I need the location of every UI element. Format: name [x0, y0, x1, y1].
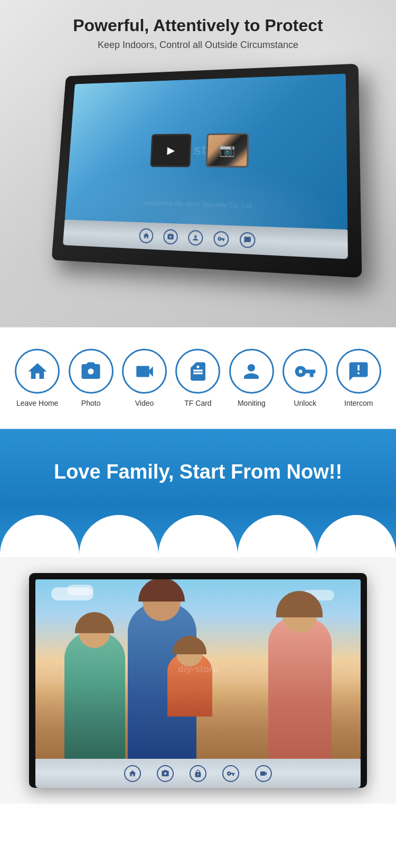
leave-home-circle [15, 349, 60, 394]
family-device-mockup: diy-store [29, 573, 367, 788]
leave-home-label: Leave Home [16, 399, 58, 407]
person-icon [240, 360, 262, 383]
hero-subtitle: Keep Indoors, Control all Outside Circum… [11, 40, 385, 51]
bottom-icon-home [139, 228, 154, 243]
video-label: Video [135, 399, 154, 407]
family-section: diy-store [0, 557, 396, 804]
house-icon [26, 360, 49, 383]
family-watermark: diy-store [178, 664, 218, 675]
feature-tf-card: TF Card [171, 349, 224, 407]
intercom-label: Intercom [344, 399, 373, 407]
bottom-icon-camera [163, 229, 178, 245]
wave-arch-3 [158, 515, 238, 557]
tf-card-circle [175, 349, 220, 394]
wave-arch-1 [0, 515, 79, 557]
family-bottom-video [255, 765, 272, 782]
family-bottom-lock [190, 765, 206, 782]
family-bottom-home [124, 765, 141, 782]
feature-unlock: Unlock [278, 349, 332, 407]
hero-section: Powerful, Attentively to Protect Keep In… [0, 0, 396, 327]
feature-photo: Photo [64, 349, 117, 407]
promo-title: Love Family, Start From Now!! [11, 461, 385, 483]
feature-video: Video [118, 349, 171, 407]
screen-icons [150, 133, 249, 167]
family-bottom-key [222, 765, 239, 782]
screen-video-icon [150, 133, 191, 167]
promo-section: Love Family, Start From Now!! [0, 429, 396, 557]
screen-wave [65, 160, 348, 230]
monitoring-circle [229, 349, 274, 394]
features-section: Leave Home Photo Video [0, 327, 396, 429]
wave-decoration [11, 515, 385, 557]
features-grid: Leave Home Photo Video [11, 349, 385, 407]
video-circle [122, 349, 167, 394]
photo-circle [69, 349, 114, 394]
keys-icon [294, 360, 316, 383]
tf-card-label: TF Card [184, 399, 211, 407]
intercom-circle [336, 349, 381, 394]
wave-arch-5 [317, 515, 396, 557]
feature-intercom: Intercom [332, 349, 385, 407]
device-mockup: diy store shenzhen diy-store Security Co… [11, 66, 385, 266]
intercom-icon [347, 360, 370, 383]
video-camera-icon [134, 360, 156, 383]
device-outer-frame: diy store shenzhen diy-store Security Co… [52, 64, 362, 278]
bottom-icon-person [188, 230, 203, 246]
bottom-icon-intercom [240, 232, 256, 248]
monitoring-label: Moniting [238, 399, 266, 407]
unlock-circle [282, 349, 327, 394]
photo-label: Photo [81, 399, 101, 407]
wave-arch-4 [238, 515, 317, 557]
unlock-label: Unlock [294, 399, 316, 407]
family-bottom-camera [157, 765, 174, 782]
memory-card-icon [187, 360, 209, 383]
camera-icon [80, 360, 102, 383]
device-screen: diy store shenzhen diy-store Security Co… [65, 74, 348, 230]
screen-camera-icon [206, 133, 249, 167]
bottom-icon-key [213, 231, 229, 247]
feature-monitoring: Moniting [225, 349, 278, 407]
feature-leave-home: Leave Home [11, 349, 64, 407]
family-screen: diy-store [35, 579, 361, 759]
hero-title: Powerful, Attentively to Protect [11, 16, 385, 35]
wave-arch-2 [79, 515, 158, 557]
family-device-bottom [35, 759, 361, 788]
